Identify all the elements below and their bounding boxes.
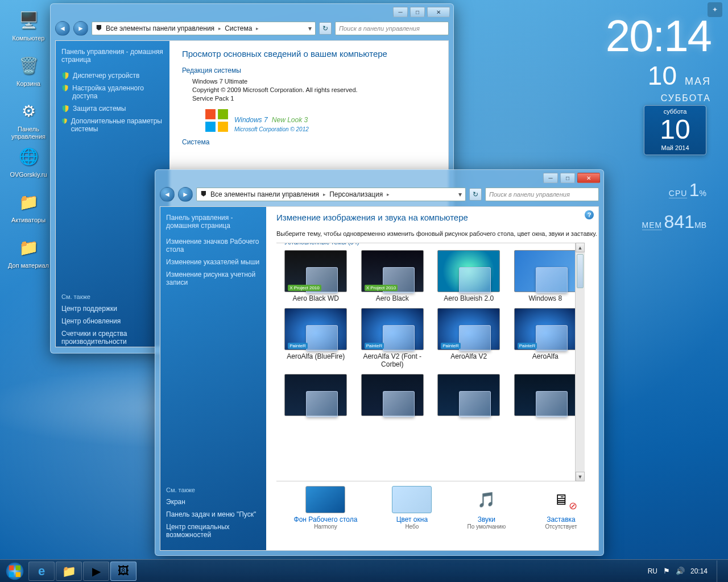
theme-item[interactable]: X Project 2010Aero Black WD [279, 248, 353, 302]
nav-link[interactable]: Центр обновления [61, 315, 164, 327]
forward-button[interactable]: ► [178, 187, 193, 202]
svg-rect-3 [218, 122, 228, 132]
theme-item[interactable]: Windows 8 [508, 248, 583, 302]
address-bar[interactable]: ⛊ Все элементы панели управления Система… [92, 22, 316, 35]
tray-clock[interactable]: 20:14 [690, 567, 708, 575]
windows7-logo: Windows 7 New Look 3 Microsoft Corporati… [205, 109, 436, 132]
nav-link[interactable]: Изменение рисунка учетной записи [166, 268, 260, 289]
refresh-button[interactable]: ↻ [319, 22, 332, 35]
clock-date: 10 [648, 60, 677, 91]
maximize-button[interactable]: □ [410, 7, 425, 17]
scroll-down-button[interactable]: ▼ [576, 472, 585, 481]
minimize-button[interactable]: ─ [543, 173, 558, 183]
desktop-icon-activators[interactable]: 📁Активаторы [7, 189, 50, 224]
back-button[interactable]: ◄ [55, 21, 70, 36]
minimize-button[interactable]: ─ [393, 7, 408, 17]
help-icon[interactable]: ? [585, 210, 594, 219]
edition-line: Windows 7 Ultimate [192, 78, 436, 85]
theme-label: Aero Blueish 2.0 [432, 294, 506, 302]
left-navigation: Панель управления - домашняя страница Ди… [56, 41, 169, 347]
scroll-up-button[interactable]: ▲ [576, 243, 585, 252]
crumb-all[interactable]: Все элементы панели управления [210, 190, 326, 198]
theme-item[interactable]: PainteRAeroAlfa V2 (Font - Corbel) [355, 306, 430, 368]
dop-material-icon: 📁 [15, 234, 42, 260]
nav-link[interactable]: Изменение указателей мыши [166, 256, 260, 268]
mem-value: 841 [664, 211, 694, 232]
bottom-setting[interactable]: Фон Рабочего столаHarmony [294, 486, 358, 530]
gadget-settings-icon[interactable]: ✦ [708, 2, 722, 17]
start-button[interactable] [2, 562, 27, 581]
desktop-icon-recycle[interactable]: 🗑️Корзина [7, 52, 50, 88]
search-input[interactable]: Поиск в панели управления [335, 22, 449, 35]
system-tray[interactable]: RU ⚑ 🔊 20:14 [648, 560, 726, 582]
see-also-header: См. также [166, 487, 260, 493]
window-personalization[interactable]: ─ □ ✕ ◄ ► ⛊ Все элементы панели управлен… [155, 169, 604, 556]
address-bar[interactable]: ⛊ Все элементы панели управления Персона… [196, 188, 466, 201]
titlebar[interactable]: ─ □ ✕ [51, 4, 453, 20]
taskbar-personalization[interactable]: 🖼 [110, 562, 136, 581]
taskbar[interactable]: e 📁 ▶ 🖼 RU ⚑ 🔊 20:14 [0, 559, 728, 582]
nav-link[interactable]: Защита системы [61, 102, 164, 115]
desktop-icon-ovgorskiy[interactable]: 🌐OVGorskiy.ru [7, 143, 50, 178]
nav-link[interactable]: Изменение значков Рабочего стола [166, 235, 260, 256]
scroll-thumb[interactable] [577, 254, 584, 288]
tray-language[interactable]: RU [648, 567, 657, 575]
section-edition: Редакция системы [182, 66, 436, 74]
calendar-gadget[interactable]: суббота 10 Май 2014 [644, 105, 706, 155]
nav-link[interactable]: Дополнительные параметры системы [61, 115, 164, 135]
crumb-personalization[interactable]: Персонализация [329, 190, 390, 198]
forward-button[interactable]: ► [73, 21, 88, 36]
nav-link[interactable]: Центр специальных возможностей [166, 521, 260, 541]
nav-link[interactable]: Диспетчер устройств [61, 69, 164, 82]
theme-item[interactable]: PainteRAeroAlfa [508, 306, 583, 368]
tray-action-center-icon[interactable]: ⚑ [663, 567, 670, 575]
dropdown-icon[interactable]: ▾ [308, 24, 312, 32]
nav-link[interactable]: Счетчики и средства производительности [61, 327, 164, 348]
maximize-button[interactable]: □ [560, 173, 575, 183]
bottom-setting[interactable]: 🖥⊘ЗаставкаОтсутствует [541, 486, 581, 530]
dropdown-icon[interactable]: ▾ [458, 190, 462, 198]
nav-link[interactable]: Панель задач и меню "Пуск" [166, 508, 260, 521]
recycle-icon: 🗑️ [15, 52, 42, 78]
ovgorskiy-icon: 🌐 [15, 143, 42, 169]
scrollbar[interactable]: ▲ ▼ [575, 243, 585, 481]
svg-rect-8 [16, 572, 21, 577]
taskbar-ie[interactable]: e [28, 562, 55, 581]
crumb-system[interactable]: Система [225, 24, 259, 32]
nav-home-link[interactable]: Панель управления - домашняя страница [61, 48, 164, 64]
theme-label: AeroAlfa V2 (Font - Corbel) [355, 352, 430, 368]
taskbar-explorer[interactable]: 📁 [56, 562, 82, 581]
bottom-setting[interactable]: 🎵ЗвукиПо умолчанию [466, 486, 506, 530]
theme-item[interactable]: Aero Blueish 2.0 [432, 248, 506, 302]
nav-link[interactable]: Настройка удаленного доступа [61, 82, 164, 102]
nav-link[interactable]: Центр поддержки [61, 302, 164, 315]
nav-link[interactable]: Экран [166, 496, 260, 508]
svg-rect-6 [16, 565, 21, 570]
theme-item[interactable] [355, 372, 430, 418]
taskbar-mediaplayer[interactable]: ▶ [83, 562, 109, 581]
nav-home-link[interactable]: Панель управления - домашняя страница [166, 214, 260, 230]
desktop[interactable]: 🖥️Компьютер🗑️Корзина⚙Панель управления🌐O… [0, 0, 728, 582]
refresh-button[interactable]: ↻ [469, 188, 482, 201]
titlebar[interactable]: ─ □ ✕ [155, 170, 603, 186]
desktop-icon-control-panel[interactable]: ⚙Панель управления [7, 98, 50, 140]
themes-panel: Установленные темы (34) X Project 2010Ae… [276, 243, 585, 481]
show-desktop-button[interactable] [717, 560, 723, 582]
theme-label: Aero Black WD [279, 294, 353, 302]
crumb-all[interactable]: Все элементы панели управления [106, 24, 221, 32]
desktop-icon-dop-material[interactable]: 📁Доп материал [7, 234, 50, 269]
theme-item[interactable]: X Project 2010Aero Black [355, 248, 430, 302]
desktop-icon-computer[interactable]: 🖥️Компьютер [7, 7, 50, 42]
close-button[interactable]: ✕ [427, 7, 450, 17]
search-input[interactable]: Поиск в панели управления [485, 188, 599, 201]
theme-item[interactable]: PainteRAeroAlfa (BlueFire) [279, 306, 353, 368]
bottom-setting[interactable]: Цвет окнаНебо [392, 486, 432, 530]
theme-item[interactable]: PainteRAeroAlfa V2 [432, 306, 506, 368]
theme-item[interactable] [432, 372, 506, 418]
tray-volume-icon[interactable]: 🔊 [676, 567, 685, 575]
themes-caption: Установленные темы (34) [281, 243, 362, 246]
theme-item[interactable] [279, 372, 353, 418]
theme-item[interactable] [508, 372, 583, 418]
close-button[interactable]: ✕ [577, 173, 600, 183]
back-button[interactable]: ◄ [160, 187, 175, 202]
